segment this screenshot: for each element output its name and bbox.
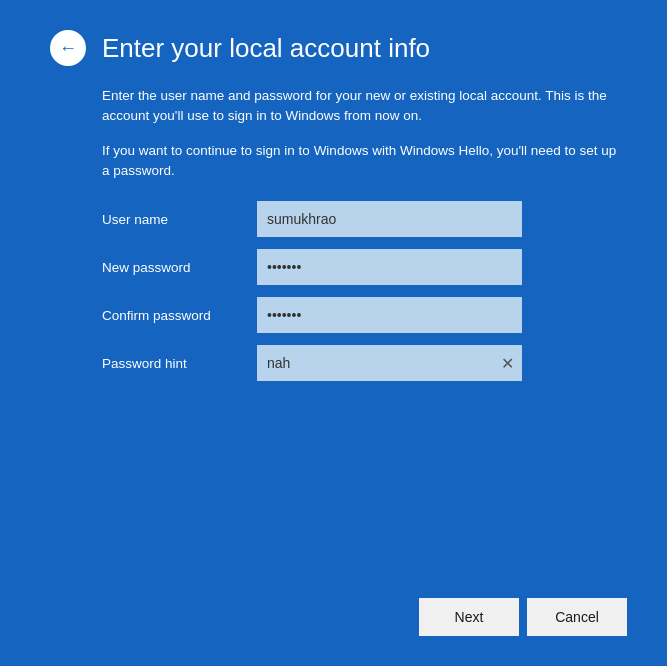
footer-buttons: Next Cancel: [419, 598, 627, 636]
header: ← Enter your local account info: [50, 30, 617, 66]
password-hint-input[interactable]: [257, 345, 522, 381]
new-password-input[interactable]: [257, 249, 522, 285]
confirm-password-input[interactable]: [257, 297, 522, 333]
username-label: User name: [102, 212, 257, 227]
main-container: ← Enter your local account info Enter th…: [0, 0, 667, 666]
cancel-button[interactable]: Cancel: [527, 598, 627, 636]
confirm-password-row: Confirm password: [102, 297, 617, 333]
confirm-password-label: Confirm password: [102, 308, 257, 323]
back-button[interactable]: ←: [50, 30, 86, 66]
password-hint-wrapper: ✕: [257, 345, 522, 381]
description-line2: If you want to continue to sign in to Wi…: [102, 141, 617, 182]
username-row: User name: [102, 201, 617, 237]
description-line1: Enter the user name and password for you…: [102, 86, 617, 127]
password-hint-label: Password hint: [102, 356, 257, 371]
back-arrow-icon: ←: [59, 39, 77, 57]
clear-hint-button[interactable]: ✕: [499, 352, 516, 375]
password-hint-row: Password hint ✕: [102, 345, 617, 381]
next-button[interactable]: Next: [419, 598, 519, 636]
page-title: Enter your local account info: [102, 33, 430, 64]
new-password-label: New password: [102, 260, 257, 275]
new-password-row: New password: [102, 249, 617, 285]
username-input[interactable]: [257, 201, 522, 237]
form-section: User name New password Confirm password …: [102, 201, 617, 381]
